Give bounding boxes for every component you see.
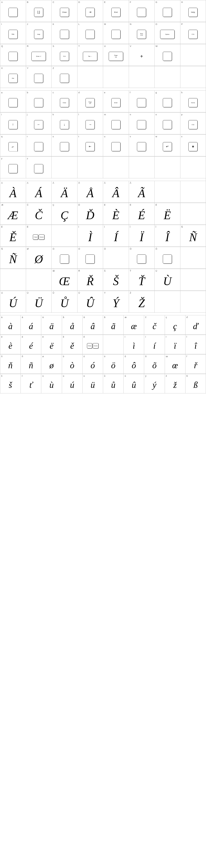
cell-lo: o bbox=[154, 113, 180, 134]
key-ll[interactable]: → bbox=[85, 120, 95, 129]
key-ld[interactable]: PageOn bbox=[85, 98, 95, 107]
key-L[interactable] bbox=[85, 30, 95, 39]
key-lr[interactable] bbox=[34, 142, 43, 151]
key-U[interactable]: PageUp bbox=[109, 52, 123, 61]
cell-V: V + bbox=[129, 44, 155, 66]
clear-mini-key2[interactable]: Clear bbox=[87, 343, 92, 348]
cell-OE: Œ Œ bbox=[52, 269, 77, 291]
key-A[interactable] bbox=[8, 8, 18, 17]
key-ln[interactable] bbox=[137, 120, 146, 129]
cell-empty-au8 bbox=[180, 269, 206, 291]
key-G[interactable] bbox=[163, 8, 172, 17]
key-lc[interactable]: Clear bbox=[60, 98, 69, 107]
cell-lu-umlaut: ü ü bbox=[82, 374, 103, 394]
cell-U: U PageUp bbox=[103, 44, 129, 66]
key-O-acute[interactable] bbox=[85, 254, 95, 264]
key-N[interactable]: NumLock bbox=[137, 30, 146, 39]
key-M[interactable] bbox=[111, 30, 121, 39]
cell-N: N NumLock bbox=[129, 22, 155, 44]
accent-upper-grid3: Ě Ě Ê Clear Home Ì Ì Í Í bbox=[0, 225, 206, 247]
key-li[interactable]: ↑ bbox=[8, 120, 18, 129]
char-U-umlaut: Ü bbox=[35, 297, 43, 310]
home-mini-key2[interactable]: Home bbox=[93, 343, 99, 348]
cell-U-circ: Û Û bbox=[77, 291, 103, 313]
cell-la-grave: à à bbox=[0, 315, 21, 335]
key-lu[interactable] bbox=[111, 142, 121, 151]
char-la-acute: á bbox=[29, 321, 33, 331]
key-D[interactable]: ⇥ bbox=[85, 8, 95, 17]
char-N-tilde: Ñ bbox=[189, 230, 197, 244]
key-O-tilde[interactable] bbox=[163, 254, 172, 264]
key-ly[interactable] bbox=[8, 164, 18, 173]
key-K[interactable] bbox=[60, 30, 69, 39]
cell-C-caron: Č Č bbox=[26, 203, 52, 225]
char-lae: æ bbox=[131, 321, 137, 331]
key-Q[interactable] bbox=[8, 52, 18, 61]
key-H[interactable]: Help bbox=[188, 8, 198, 17]
cell-empty-au1 bbox=[154, 181, 180, 203]
key-E[interactable]: End bbox=[111, 8, 121, 17]
key-B[interactable]: ⌊⌋ bbox=[34, 8, 43, 17]
key-lv[interactable] bbox=[137, 142, 146, 151]
char-lo-grave: ò bbox=[70, 360, 74, 370]
char-A-tilde: Ã bbox=[138, 187, 145, 200]
key-lp[interactable]: F15 bbox=[188, 120, 198, 129]
cell-eszett: ß ß bbox=[185, 374, 206, 394]
key-Z[interactable] bbox=[60, 74, 69, 83]
cell-empty4 bbox=[129, 66, 155, 88]
char-lz-caron: ž bbox=[173, 380, 177, 390]
accent-upper-grid5: Œ Œ Ř Ř Š Š Ť Ť Ù Ù bbox=[0, 269, 206, 291]
key-grid-row3: Q R Enter ↵ S F14 T Tab → U Page bbox=[0, 44, 206, 66]
key-lg[interactable] bbox=[163, 98, 172, 107]
key-lo[interactable] bbox=[163, 120, 172, 129]
cell-A-umlaut: Ä Ä bbox=[52, 181, 77, 203]
cell-lz-caron: ž ž bbox=[165, 374, 185, 394]
key-lf[interactable] bbox=[137, 98, 146, 107]
key-I[interactable]: Ins bbox=[8, 30, 18, 39]
home-mini-key[interactable]: Home bbox=[39, 235, 44, 240]
key-ls[interactable] bbox=[60, 142, 69, 151]
key-F[interactable] bbox=[137, 8, 146, 17]
key-grid-lower1: a b c Clear d PageOn e Enter bbox=[0, 90, 206, 112]
accent-upper-grid6: Ú Ú Ü Ü Ů Ů Û Û Ý Ý bbox=[0, 291, 206, 313]
char-N-tilde2: Ñ bbox=[9, 252, 17, 266]
key-J[interactable]: Help bbox=[34, 30, 43, 39]
key-lh[interactable]: Home bbox=[188, 98, 198, 107]
key-lq[interactable]: ⌐ bbox=[8, 142, 18, 151]
key-lk[interactable]: ↓ bbox=[60, 120, 69, 129]
key-W[interactable] bbox=[163, 52, 172, 61]
key-P[interactable]: F13 bbox=[188, 30, 198, 39]
cell-O-circ-key: Ô bbox=[129, 247, 155, 269]
cell-A-grave: À À bbox=[0, 181, 26, 203]
key-lx[interactable]: ★ bbox=[188, 142, 198, 151]
key-lt[interactable]: ⇤ bbox=[85, 142, 95, 151]
key-C[interactable]: Clear bbox=[60, 8, 69, 17]
char-ln-tilde: ñ bbox=[29, 360, 33, 370]
key-R[interactable]: Enter ↵ bbox=[31, 52, 46, 61]
key-T[interactable]: Tab → bbox=[83, 52, 97, 61]
cell-L: L bbox=[77, 22, 103, 44]
key-O-circ[interactable] bbox=[137, 254, 146, 264]
cell-O: O Option bbox=[154, 22, 180, 44]
key-lw[interactable]: ↵ bbox=[163, 142, 172, 151]
key-X[interactable]: Del bbox=[8, 74, 18, 83]
key-lm[interactable] bbox=[111, 120, 121, 129]
key-O[interactable]: Option bbox=[160, 30, 175, 39]
key-lb[interactable] bbox=[34, 98, 43, 107]
key-la[interactable] bbox=[8, 98, 18, 107]
key-O-grave[interactable] bbox=[60, 254, 69, 264]
cell-empty-au2 bbox=[180, 181, 206, 203]
key-le[interactable]: Enter bbox=[111, 98, 121, 107]
clear-mini-key[interactable]: Clear bbox=[33, 235, 38, 240]
char-U-acute: Ú bbox=[9, 297, 17, 310]
key-Y[interactable] bbox=[34, 74, 43, 83]
key-lz[interactable] bbox=[34, 164, 43, 173]
cell-R-caron: Ř Ř bbox=[77, 269, 103, 291]
key-lj[interactable]: ← bbox=[34, 120, 43, 129]
cell-lo-umlaut: ö ö bbox=[103, 354, 124, 374]
cell-Y-acute: Ý Ý bbox=[103, 291, 129, 313]
cell-empty12 bbox=[180, 157, 206, 178]
char-E-acute: É bbox=[138, 209, 145, 222]
char-lc-caron: č bbox=[152, 321, 157, 331]
key-S[interactable]: F14 bbox=[60, 52, 69, 61]
